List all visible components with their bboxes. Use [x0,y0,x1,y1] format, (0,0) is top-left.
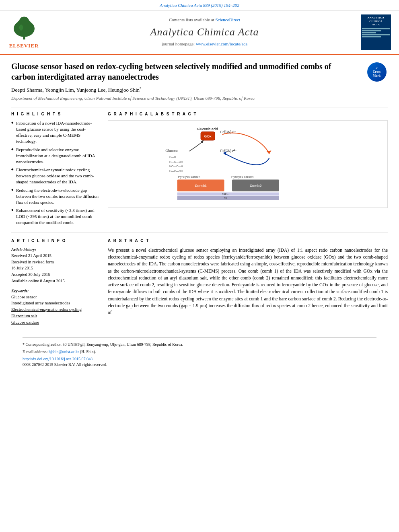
article-info-heading: A R T I C L E I N F O [11,238,100,244]
keywords-list: Glucose sensor Interdigitated array nano… [11,294,100,326]
svg-point-4 [19,25,23,31]
highlight-item-5: Enhancement of sensitivity (~2.3 times) … [11,207,100,226]
structure-label: C—H [169,156,176,158]
sio2-label: SiO₂ [222,193,228,196]
comb2-label: Comb2 [250,184,262,188]
received-revised-label: Received in revised form [11,259,100,265]
abstract-text: We present a novel electrochemical gluco… [108,247,388,316]
comb1-label: Comb1 [195,184,207,188]
highlights-list: Fabrication of a novel IDA-nanoelectrode… [11,120,100,226]
cover-decoration [362,28,390,38]
article-info-section: A R T I C L E I N F O Article history: R… [11,238,100,330]
svg-text:H—C—OH: H—C—OH [169,160,183,163]
pyrolytic2-label: Pyrolytic carbon [231,175,253,179]
section-divider [11,232,388,232]
abstract-section: A B S T R A C T We present a novel elect… [108,238,388,330]
graphical-abstract-box: Gluconic acid GOx Glucose Fe[CN]₆³ [108,120,388,207]
crossmark-circle: ✓CrossMark [367,62,387,82]
email-link[interactable]: hjshin@unist.ac.kr [49,349,79,354]
highlight-item-2: Reproducible and selective enzyme immobi… [11,147,100,165]
keyword-1: Glucose sensor [11,294,100,300]
cover-line-5 [362,36,381,37]
journal-header: ELSEVIER Contents lists available at Sci… [0,10,399,54]
journal-homepage: journal homepage: www.elsevier.com/locat… [162,41,247,47]
highlight-item-1: Fabrication of a novel IDA-nanoelectrode… [11,120,100,144]
keyword-3: Electrochemical-enzymatic redox cycling [11,306,100,313]
page: Analytica Chimica Acta 889 (2015) 194–20… [0,0,399,532]
cover-line-2 [362,30,381,31]
corresponding-footnote: * Corresponding author. 50 UNIST-gil, Eo… [23,342,376,347]
cover-line-4 [362,34,390,35]
gox-label: GOx [204,135,212,139]
sciencedirect-anchor[interactable]: ScienceDirect [215,17,240,22]
abstract-heading: A B S T R A C T [108,238,388,244]
highlights-abstract-row: H I G H L I G H T S Fabrication of a nov… [11,111,388,228]
keywords-group: Keywords: Glucose sensor Interdigitated … [11,288,100,326]
gluconic-acid-label: Gluconic acid [197,127,218,131]
keyword-4: Diazonium salt [11,313,100,319]
highlight-item-3: Electrochemical-enzymatic redox cycling … [11,167,100,185]
graphical-abstract-heading: G R A P H I C A L A B S T R A C T [108,111,388,117]
pyrolytic1-label: Pyrolytic carbon [178,175,200,179]
copyright-text: 0003-2670/© 2015 Elsevier B.V. All right… [23,362,376,368]
elsevier-label: ELSEVIER [9,42,39,49]
svg-text:HO—C—H: HO—C—H [169,165,183,168]
svg-point-3 [19,17,29,26]
ferro-label: Fe[CN]₆⁴⁻ [220,149,237,153]
elsevier-tree-icon [8,14,40,41]
homepage-url[interactable]: www.elsevier.com/locate/aca [196,41,247,46]
cover-line-1 [362,28,390,29]
journal-citation: Analytica Chimica Acta 889 (2015) 194–20… [0,0,399,10]
keyword-2: Interdigitated array nanoelectrodes [11,300,100,306]
citation-text: Analytica Chimica Acta 889 (2015) 194–20… [160,3,239,8]
cover-line-3 [362,32,376,33]
article-content: Glucose sensor based on redox-cycling be… [0,55,399,376]
authors-line: Deepti Sharma, Yeongjin Lim, Yunjeong Le… [11,86,388,94]
accepted-date: Accepted 30 July 2015 [11,271,100,278]
sciencedirect-link: Contents lists available at ScienceDirec… [169,17,240,23]
journal-name: Analytica Chimica Acta [150,25,259,39]
available-date: Available online 8 August 2015 [11,278,100,284]
footer: * Corresponding author. 50 UNIST-gil, Eo… [23,337,376,368]
info-abstract-row: A R T I C L E I N F O Article history: R… [11,238,388,330]
glucose-label: Glucose [165,149,178,153]
highlights-section: H I G H L I G H T S Fabrication of a nov… [11,111,100,228]
doi-link[interactable]: http://dx.doi.org/10.1016/j.aca.2015.07.… [23,357,93,361]
article-title-block: Glucose sensor based on redox-cycling be… [11,61,388,82]
corresponding-mark: * [140,86,142,90]
keyword-5: Glucose oxidase [11,319,100,326]
affiliation-text: Department of Mechanical Engineering, Ul… [11,95,388,101]
history-label: Article history: [11,247,100,253]
graphical-abstract-section: G R A P H I C A L A B S T R A C T Glucon… [108,111,388,228]
journal-title-block: Contents lists available at ScienceDirec… [52,14,357,49]
authors-text: Deepti Sharma, Yeongjin Lim, Yunjeong Le… [11,87,140,93]
diagram-svg: Gluconic acid GOx Glucose Fe[CN]₆³ [112,125,383,201]
received-date: Received 21 April 2015 [11,253,100,259]
highlight-item-4: Reducing the electrode-to-electrode gap … [11,187,100,205]
svg-rect-15 [177,196,279,200]
title-divider [11,107,388,107]
si-label: Si [224,197,227,200]
journal-cover-image: ANALYTICACHIMICAACTA [361,14,391,49]
elsevier-logo: ELSEVIER [4,14,48,49]
svg-text:H—C—OH: H—C—OH [169,170,183,173]
article-history-group: Article history: Received 21 April 2015 … [11,247,100,284]
cover-title-text: ANALYTICACHIMICAACTA [368,16,385,26]
highlights-heading: H I G H L I G H T S [11,111,100,117]
crossmark-badge: ✓CrossMark [366,61,388,83]
article-title-text: Glucose sensor based on redox-cycling be… [11,62,331,81]
keywords-label: Keywords: [11,288,100,294]
doi-bar: http://dx.doi.org/10.1016/j.aca.2015.07.… [23,356,376,362]
crossmark-text: ✓CrossMark [373,66,381,78]
received-revised-date: 16 July 2015 [11,265,100,271]
email-footnote: E-mail address: hjshin@unist.ac.kr (H. S… [23,349,376,355]
